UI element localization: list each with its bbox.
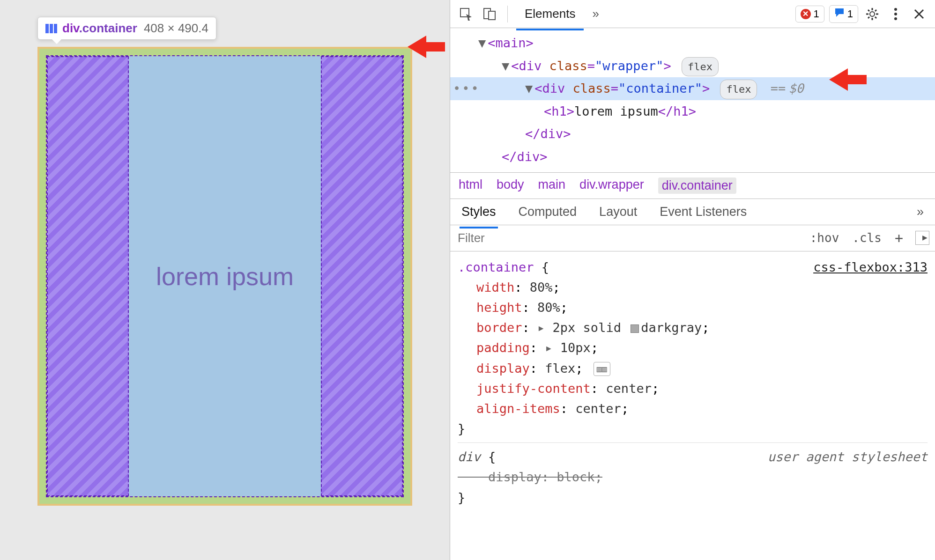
- flex-free-space-left: [47, 56, 129, 496]
- messages-count: 1: [847, 8, 853, 20]
- dom-node-div-close[interactable]: </div>: [460, 146, 935, 169]
- tooltip-tag: div: [62, 21, 79, 35]
- disclosure-triangle-icon[interactable]: ▼: [478, 36, 486, 50]
- message-icon: [834, 7, 845, 21]
- tabs-overflow-icon[interactable]: »: [588, 7, 602, 21]
- inspected-element-highlight: lorem ipsum: [37, 47, 412, 506]
- css-val[interactable]: darkgray: [641, 320, 702, 335]
- svg-rect-0: [45, 24, 49, 33]
- svg-point-19: [894, 17, 897, 20]
- css-val[interactable]: 80%: [537, 300, 560, 315]
- page-viewport: div.container 408 × 490.4 lorem ipsum: [0, 0, 450, 560]
- breadcrumb-item-selected[interactable]: div.container: [658, 177, 736, 194]
- disclosure-triangle-icon[interactable]: ▼: [525, 81, 533, 96]
- element-tooltip: div.container 408 × 490.4: [37, 17, 216, 40]
- color-swatch-icon[interactable]: [631, 324, 639, 333]
- messages-badge[interactable]: 1: [829, 5, 858, 23]
- expand-triangle-icon[interactable]: ▸: [545, 340, 552, 355]
- css-prop[interactable]: justify-content: [476, 381, 591, 396]
- svg-point-8: [870, 12, 875, 16]
- css-prop[interactable]: align-items: [476, 401, 560, 416]
- css-rule-div-ua[interactable]: user agent stylesheet div { display: blo…: [458, 442, 928, 511]
- css-selector: div: [458, 449, 481, 464]
- errors-count: 1: [814, 8, 819, 20]
- svg-line-16: [875, 10, 876, 11]
- inspect-element-icon[interactable]: [457, 5, 475, 23]
- settings-gear-icon[interactable]: [863, 5, 882, 23]
- expand-triangle-icon[interactable]: ▸: [537, 320, 545, 335]
- annotation-arrow-right: [829, 66, 867, 97]
- css-rules-panel[interactable]: css-flexbox:313 .container { width: 80%;…: [450, 251, 935, 560]
- css-prop[interactable]: padding: [476, 340, 530, 355]
- svg-line-14: [875, 17, 876, 18]
- dom-node-div-close[interactable]: </div>: [460, 123, 935, 146]
- flex-badge[interactable]: flex: [682, 57, 719, 77]
- svg-marker-4: [829, 68, 867, 91]
- flex-editor-icon[interactable]: ▥▥: [594, 362, 610, 376]
- breadcrumb-item[interactable]: main: [538, 177, 566, 194]
- css-val[interactable]: 2px solid: [553, 320, 621, 335]
- selected-marker: ==: [771, 81, 786, 96]
- breadcrumb-item[interactable]: html: [459, 177, 482, 194]
- svg-point-18: [894, 13, 897, 15]
- highlight-content-layer: lorem ipsum: [47, 56, 403, 496]
- css-val[interactable]: center: [575, 401, 621, 416]
- dom-node-h1[interactable]: <h1>lorem ipsum</h1>: [460, 100, 935, 123]
- sidebar-toggle-icon[interactable]: [915, 231, 929, 245]
- device-toolbar-icon[interactable]: [480, 5, 499, 23]
- error-icon: ✕: [801, 9, 811, 19]
- annotation-arrow-left: [408, 33, 445, 63]
- css-val[interactable]: 10px: [560, 340, 591, 355]
- tab-styles[interactable]: Styles: [460, 200, 498, 224]
- styles-filter-bar: :hov .cls +: [450, 225, 935, 251]
- rule-source-ua: user agent stylesheet: [768, 447, 928, 467]
- svg-rect-7: [489, 11, 495, 20]
- tab-computed[interactable]: Computed: [517, 200, 579, 224]
- devtools-panel: Elements » ✕ 1 1 ▼<main> ▼<div class="wr…: [450, 0, 935, 560]
- devtools-toolbar: Elements » ✕ 1 1: [450, 0, 935, 28]
- tooltip-dimensions: 408 × 490.4: [144, 21, 208, 36]
- dom-node-main[interactable]: ▼<main>: [460, 32, 935, 55]
- new-rule-plus-icon[interactable]: +: [888, 225, 910, 251]
- flex-item-h1: lorem ipsum: [129, 56, 321, 496]
- flex-layout-icon: [45, 24, 58, 33]
- dollar-zero: $0: [788, 81, 804, 96]
- breadcrumbs: html body main div.wrapper div.container: [450, 173, 935, 199]
- close-icon[interactable]: [910, 5, 928, 23]
- svg-line-13: [868, 10, 869, 11]
- css-prop[interactable]: height: [476, 300, 522, 315]
- styles-filter-input[interactable]: [450, 226, 803, 250]
- breadcrumb-item[interactable]: body: [497, 177, 524, 194]
- tab-event-listeners[interactable]: Event Listeners: [658, 200, 749, 224]
- flex-badge[interactable]: flex: [720, 80, 757, 99]
- css-val[interactable]: 80%: [530, 280, 553, 295]
- highlight-border-layer: lorem ipsum: [39, 49, 410, 504]
- tooltip-class: .container: [79, 21, 137, 35]
- tabs-overflow-icon[interactable]: »: [915, 200, 926, 224]
- dom-tree[interactable]: ▼<main> ▼<div class="wrapper"> flex ••• …: [450, 28, 935, 173]
- disclosure-triangle-icon[interactable]: ▼: [502, 59, 509, 73]
- tab-elements[interactable]: Elements: [516, 2, 584, 26]
- heading-text: lorem ipsum: [156, 262, 294, 291]
- css-prop[interactable]: width: [476, 280, 514, 295]
- css-prop[interactable]: display: [476, 361, 530, 376]
- css-prop[interactable]: border: [476, 320, 522, 335]
- rule-source-link[interactable]: css-flexbox:313: [813, 257, 928, 277]
- styles-subpanel-tabs: Styles Computed Layout Event Listeners »: [450, 199, 935, 225]
- flex-free-space-right: [321, 56, 403, 496]
- overridden-decl: display: block;: [458, 467, 928, 487]
- svg-rect-1: [50, 24, 53, 33]
- errors-badge[interactable]: ✕ 1: [795, 6, 824, 22]
- css-val[interactable]: flex: [545, 361, 575, 376]
- kebab-menu-icon[interactable]: [886, 5, 905, 23]
- hov-toggle[interactable]: :hov: [803, 226, 846, 250]
- css-val[interactable]: center: [606, 381, 652, 396]
- svg-marker-3: [408, 36, 445, 58]
- node-actions-icon[interactable]: •••: [453, 77, 480, 100]
- tab-layout[interactable]: Layout: [597, 200, 639, 224]
- breadcrumb-item[interactable]: div.wrapper: [579, 177, 644, 194]
- css-rule-container[interactable]: css-flexbox:313 .container { width: 80%;…: [458, 253, 928, 443]
- svg-rect-2: [54, 24, 57, 33]
- css-selector[interactable]: .container: [458, 260, 534, 274]
- cls-toggle[interactable]: .cls: [846, 226, 888, 250]
